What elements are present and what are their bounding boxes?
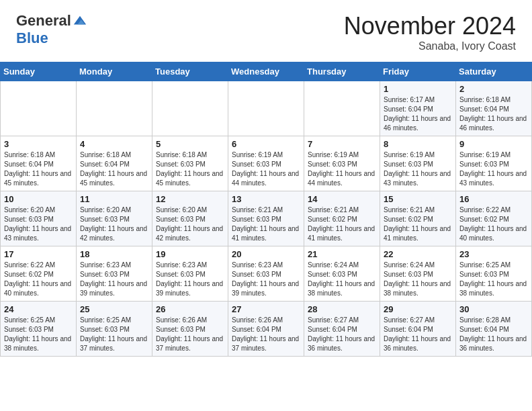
day-number: 23 xyxy=(459,249,528,259)
day-info: Sunrise: 6:21 AM Sunset: 6:03 PM Dayligh… xyxy=(232,205,300,243)
column-header-sunday: Sunday xyxy=(1,62,77,81)
day-number: 1 xyxy=(384,84,452,94)
calendar-table: SundayMondayTuesdayWednesdayThursdayFrid… xyxy=(0,62,532,357)
day-number: 18 xyxy=(80,249,148,259)
column-header-thursday: Thursday xyxy=(304,62,380,81)
day-number: 2 xyxy=(459,84,528,94)
day-info: Sunrise: 6:20 AM Sunset: 6:03 PM Dayligh… xyxy=(156,205,224,243)
calendar-cell: 4Sunrise: 6:18 AM Sunset: 6:04 PM Daylig… xyxy=(77,136,152,191)
day-number: 29 xyxy=(384,304,452,314)
page-header: General Blue November 2024 Sanaba, Ivory… xyxy=(0,0,532,59)
day-number: 28 xyxy=(308,304,376,314)
day-info: Sunrise: 6:19 AM Sunset: 6:03 PM Dayligh… xyxy=(308,150,376,188)
day-info: Sunrise: 6:28 AM Sunset: 6:04 PM Dayligh… xyxy=(459,316,528,353)
day-info: Sunrise: 6:24 AM Sunset: 6:03 PM Dayligh… xyxy=(308,261,376,298)
calendar-cell: 17Sunrise: 6:22 AM Sunset: 6:02 PM Dayli… xyxy=(1,246,77,302)
day-number: 3 xyxy=(4,139,73,149)
calendar-cell: 13Sunrise: 6:21 AM Sunset: 6:03 PM Dayli… xyxy=(228,191,304,246)
calendar-cell: 11Sunrise: 6:20 AM Sunset: 6:03 PM Dayli… xyxy=(77,191,152,246)
day-number: 4 xyxy=(80,139,148,149)
calendar-cell: 3Sunrise: 6:18 AM Sunset: 6:04 PM Daylig… xyxy=(1,136,77,191)
day-number: 27 xyxy=(232,304,300,314)
day-info: Sunrise: 6:18 AM Sunset: 6:04 PM Dayligh… xyxy=(80,150,148,188)
calendar-week-3: 10Sunrise: 6:20 AM Sunset: 6:03 PM Dayli… xyxy=(1,191,532,246)
logo-icon xyxy=(73,13,87,28)
day-info: Sunrise: 6:21 AM Sunset: 6:02 PM Dayligh… xyxy=(308,205,376,243)
calendar-week-2: 3Sunrise: 6:18 AM Sunset: 6:04 PM Daylig… xyxy=(1,136,532,191)
calendar-cell: 10Sunrise: 6:20 AM Sunset: 6:03 PM Dayli… xyxy=(1,191,77,246)
day-number: 9 xyxy=(459,139,528,149)
day-info: Sunrise: 6:24 AM Sunset: 6:03 PM Dayligh… xyxy=(384,261,452,298)
day-info: Sunrise: 6:19 AM Sunset: 6:03 PM Dayligh… xyxy=(232,150,300,188)
calendar-cell xyxy=(1,81,77,136)
calendar-cell: 23Sunrise: 6:25 AM Sunset: 6:03 PM Dayli… xyxy=(456,246,532,302)
day-number: 21 xyxy=(308,249,376,259)
day-info: Sunrise: 6:25 AM Sunset: 6:03 PM Dayligh… xyxy=(80,316,148,353)
calendar-header: SundayMondayTuesdayWednesdayThursdayFrid… xyxy=(1,62,532,81)
day-info: Sunrise: 6:17 AM Sunset: 6:04 PM Dayligh… xyxy=(384,95,452,133)
day-number: 8 xyxy=(384,139,452,149)
calendar-cell: 29Sunrise: 6:27 AM Sunset: 6:04 PM Dayli… xyxy=(380,302,456,357)
day-info: Sunrise: 6:25 AM Sunset: 6:03 PM Dayligh… xyxy=(459,261,528,298)
logo: General Blue xyxy=(16,12,87,47)
calendar-cell: 9Sunrise: 6:19 AM Sunset: 6:03 PM Daylig… xyxy=(456,136,532,191)
calendar-cell xyxy=(304,81,380,136)
calendar-cell: 16Sunrise: 6:22 AM Sunset: 6:02 PM Dayli… xyxy=(456,191,532,246)
calendar-week-4: 17Sunrise: 6:22 AM Sunset: 6:02 PM Dayli… xyxy=(1,246,532,302)
column-header-tuesday: Tuesday xyxy=(152,62,228,81)
month-title: November 2024 xyxy=(344,12,516,40)
calendar-cell: 30Sunrise: 6:28 AM Sunset: 6:04 PM Dayli… xyxy=(456,302,532,357)
title-block: November 2024 Sanaba, Ivory Coast xyxy=(344,12,516,52)
day-info: Sunrise: 6:22 AM Sunset: 6:02 PM Dayligh… xyxy=(4,261,73,298)
calendar-week-1: 1Sunrise: 6:17 AM Sunset: 6:04 PM Daylig… xyxy=(1,81,532,136)
calendar-cell: 15Sunrise: 6:21 AM Sunset: 6:02 PM Dayli… xyxy=(380,191,456,246)
calendar-body: 1Sunrise: 6:17 AM Sunset: 6:04 PM Daylig… xyxy=(1,81,532,357)
day-number: 12 xyxy=(156,194,224,204)
day-number: 7 xyxy=(308,139,376,149)
day-info: Sunrise: 6:25 AM Sunset: 6:03 PM Dayligh… xyxy=(4,316,73,353)
day-info: Sunrise: 6:27 AM Sunset: 6:04 PM Dayligh… xyxy=(384,316,452,353)
day-info: Sunrise: 6:19 AM Sunset: 6:03 PM Dayligh… xyxy=(459,150,528,188)
day-info: Sunrise: 6:20 AM Sunset: 6:03 PM Dayligh… xyxy=(4,205,73,243)
day-info: Sunrise: 6:23 AM Sunset: 6:03 PM Dayligh… xyxy=(232,261,300,298)
day-info: Sunrise: 6:18 AM Sunset: 6:03 PM Dayligh… xyxy=(156,150,224,188)
day-number: 5 xyxy=(156,139,224,149)
day-number: 20 xyxy=(232,249,300,259)
day-info: Sunrise: 6:21 AM Sunset: 6:02 PM Dayligh… xyxy=(384,205,452,243)
calendar-cell xyxy=(152,81,228,136)
column-header-saturday: Saturday xyxy=(456,62,532,81)
calendar-cell: 8Sunrise: 6:19 AM Sunset: 6:03 PM Daylig… xyxy=(380,136,456,191)
calendar-cell: 12Sunrise: 6:20 AM Sunset: 6:03 PM Dayli… xyxy=(152,191,228,246)
day-info: Sunrise: 6:22 AM Sunset: 6:02 PM Dayligh… xyxy=(459,205,528,243)
day-number: 26 xyxy=(156,304,224,314)
day-number: 11 xyxy=(80,194,148,204)
calendar-cell: 19Sunrise: 6:23 AM Sunset: 6:03 PM Dayli… xyxy=(152,246,228,302)
day-number: 13 xyxy=(232,194,300,204)
day-info: Sunrise: 6:18 AM Sunset: 6:04 PM Dayligh… xyxy=(4,150,73,188)
calendar-cell: 26Sunrise: 6:26 AM Sunset: 6:03 PM Dayli… xyxy=(152,302,228,357)
column-header-friday: Friday xyxy=(380,62,456,81)
day-number: 22 xyxy=(384,249,452,259)
day-info: Sunrise: 6:23 AM Sunset: 6:03 PM Dayligh… xyxy=(80,261,148,298)
day-number: 14 xyxy=(308,194,376,204)
column-header-monday: Monday xyxy=(77,62,152,81)
calendar-cell xyxy=(228,81,304,136)
day-number: 16 xyxy=(459,194,528,204)
day-info: Sunrise: 6:20 AM Sunset: 6:03 PM Dayligh… xyxy=(80,205,148,243)
day-info: Sunrise: 6:19 AM Sunset: 6:03 PM Dayligh… xyxy=(384,150,452,188)
day-info: Sunrise: 6:26 AM Sunset: 6:04 PM Dayligh… xyxy=(232,316,300,353)
day-info: Sunrise: 6:26 AM Sunset: 6:03 PM Dayligh… xyxy=(156,316,224,353)
calendar-cell: 24Sunrise: 6:25 AM Sunset: 6:03 PM Dayli… xyxy=(1,302,77,357)
day-number: 6 xyxy=(232,139,300,149)
calendar-cell: 7Sunrise: 6:19 AM Sunset: 6:03 PM Daylig… xyxy=(304,136,380,191)
calendar-cell: 21Sunrise: 6:24 AM Sunset: 6:03 PM Dayli… xyxy=(304,246,380,302)
calendar-cell: 14Sunrise: 6:21 AM Sunset: 6:02 PM Dayli… xyxy=(304,191,380,246)
calendar-cell: 20Sunrise: 6:23 AM Sunset: 6:03 PM Dayli… xyxy=(228,246,304,302)
day-number: 24 xyxy=(4,304,73,314)
calendar-cell: 27Sunrise: 6:26 AM Sunset: 6:04 PM Dayli… xyxy=(228,302,304,357)
calendar-cell: 5Sunrise: 6:18 AM Sunset: 6:03 PM Daylig… xyxy=(152,136,228,191)
logo-blue-text: Blue xyxy=(16,30,48,47)
day-number: 17 xyxy=(4,249,73,259)
calendar-cell: 25Sunrise: 6:25 AM Sunset: 6:03 PM Dayli… xyxy=(77,302,152,357)
logo-general-text: General xyxy=(16,12,71,30)
